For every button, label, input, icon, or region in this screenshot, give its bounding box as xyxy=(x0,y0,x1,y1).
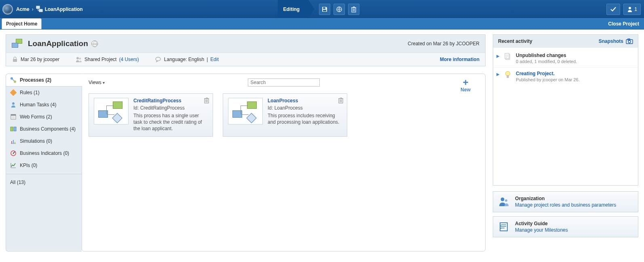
activity-title[interactable]: Creating Project. xyxy=(516,71,580,76)
expand-icon[interactable]: ▶ xyxy=(496,53,500,58)
validate-button[interactable] xyxy=(606,4,620,15)
publish-button[interactable] xyxy=(334,4,345,15)
recent-activity-heading: Recent activity xyxy=(498,38,532,44)
project-icon xyxy=(12,39,24,49)
snapshots-link[interactable]: Snapshots xyxy=(599,38,633,44)
cat-label: Rules (1) xyxy=(20,90,40,95)
project-title: LoanApplication xyxy=(28,39,88,48)
indicators-icon xyxy=(10,150,17,156)
new-button[interactable]: + New xyxy=(460,78,471,93)
activity-sub: 0 added, 1 modified, 0 deleted. xyxy=(516,59,577,64)
changes-icon xyxy=(504,53,512,61)
cat-web-forms[interactable]: Web Forms (2) xyxy=(6,111,82,123)
svg-point-10 xyxy=(156,57,160,61)
processes-icon xyxy=(10,77,17,83)
kpis-icon xyxy=(10,162,17,169)
activity-item[interactable]: ▶ Unpublished changes 0 added, 1 modifie… xyxy=(493,49,638,68)
svg-point-27 xyxy=(628,40,631,43)
card-title[interactable]: CreditRatingProcess xyxy=(133,98,208,104)
organization-card[interactable]: Organization Manage project roles and bu… xyxy=(493,191,638,212)
svg-rect-13 xyxy=(10,89,17,96)
cat-label: Processes (2) xyxy=(20,77,51,83)
lang-icon xyxy=(155,56,162,63)
svg-point-31 xyxy=(506,72,510,76)
svg-point-6 xyxy=(629,7,631,9)
process-card[interactable]: CreditRatingProcess Id: CreditRatingProc… xyxy=(89,93,213,137)
svg-point-9 xyxy=(79,58,81,60)
snapshots-label: Snapshots xyxy=(599,38,623,44)
card-id: Id: CreditRatingProcess xyxy=(133,105,208,111)
cat-rules[interactable]: Rules (1) xyxy=(6,87,82,99)
action-link[interactable]: Manage project roles and business parame… xyxy=(515,202,616,208)
cat-label: Simulations (0) xyxy=(20,138,52,144)
process-card[interactable]: LoanProcess Id: LoanProcess This process… xyxy=(223,93,347,137)
cat-kpis[interactable]: KPIs (0) xyxy=(6,159,82,171)
breadcrumb-current[interactable]: LoanApplication xyxy=(45,6,83,12)
cat-label: KPIs (0) xyxy=(20,163,37,168)
svg-rect-17 xyxy=(11,127,13,131)
camera-icon xyxy=(626,38,633,44)
card-desc: This process has a single user task to c… xyxy=(133,112,208,132)
lang-edit-link[interactable]: Edit xyxy=(210,57,219,62)
breadcrumb-separator: › xyxy=(32,6,34,12)
last-modified: Mar 26 by jcooper xyxy=(21,57,59,62)
new-label: New xyxy=(460,87,471,93)
cat-business-indicators[interactable]: Business Indicators (0) xyxy=(6,147,82,159)
discard-button[interactable] xyxy=(348,4,359,15)
components-icon xyxy=(10,126,17,132)
shared-users-link[interactable]: (4 Users) xyxy=(119,57,139,62)
svg-rect-16 xyxy=(11,114,16,116)
organization-icon xyxy=(498,196,509,207)
svg-rect-18 xyxy=(14,127,16,131)
project-created: Created on Mar 26 by JCOOPER xyxy=(408,41,479,46)
delete-icon[interactable] xyxy=(204,97,209,104)
bulb-icon xyxy=(504,71,512,79)
cat-simulations[interactable]: Simulations (0) xyxy=(6,135,82,147)
cat-label: All (13) xyxy=(10,180,25,185)
search-input[interactable] xyxy=(248,78,320,87)
presence-button[interactable]: 1 xyxy=(623,4,641,15)
views-dropdown[interactable]: Views xyxy=(89,80,105,85)
expand-icon[interactable]: ▶ xyxy=(496,71,500,76)
user-icon xyxy=(627,6,633,12)
guide-icon xyxy=(498,221,509,232)
card-title[interactable]: LoanProcess xyxy=(268,98,342,104)
human-tasks-icon xyxy=(10,101,17,108)
svg-point-23 xyxy=(13,153,14,154)
lock-icon xyxy=(12,56,18,63)
cat-label: Web Forms (2) xyxy=(20,114,52,120)
cat-all[interactable]: All (13) xyxy=(6,177,82,188)
activity-title: Unpublished changes xyxy=(516,53,577,58)
lang-sep: | xyxy=(207,57,208,62)
activity-guide-card[interactable]: Activity Guide Manage your Milestones xyxy=(493,216,638,237)
cat-label: Business Indicators (0) xyxy=(20,150,69,156)
save-button[interactable] xyxy=(319,4,330,15)
rules-icon xyxy=(10,89,17,96)
svg-rect-1 xyxy=(39,9,42,12)
cat-label: Business Components (4) xyxy=(20,126,76,132)
svg-rect-37 xyxy=(500,226,501,227)
close-project-link[interactable]: Close Project xyxy=(608,21,639,27)
action-link[interactable]: Manage your Milestones xyxy=(515,227,568,233)
plus-icon: + xyxy=(460,78,471,87)
cat-processes[interactable]: Processes (2) xyxy=(6,74,82,87)
shared-label: Shared Project xyxy=(84,57,116,62)
process-thumb xyxy=(228,98,263,125)
more-info-link[interactable]: More information xyxy=(440,57,479,62)
svg-point-34 xyxy=(505,199,507,202)
cat-human-tasks[interactable]: Human Tasks (4) xyxy=(6,99,82,111)
globe-icon[interactable] xyxy=(91,40,98,47)
app-logo[interactable] xyxy=(2,4,13,15)
tab-project-home[interactable]: Project Home xyxy=(2,18,42,29)
cat-business-components[interactable]: Business Components (4) xyxy=(6,123,82,135)
svg-point-8 xyxy=(76,57,79,59)
svg-rect-20 xyxy=(13,140,14,144)
simulations-icon xyxy=(10,138,17,144)
delete-icon[interactable] xyxy=(338,97,344,104)
svg-rect-38 xyxy=(500,228,501,229)
breadcrumb-root[interactable]: Acme xyxy=(16,6,30,12)
svg-rect-0 xyxy=(36,6,40,8)
activity-item[interactable]: ▶ Creating Project. Published by jcooper… xyxy=(493,68,638,85)
process-app-icon xyxy=(36,6,43,13)
card-desc: This process includes receiving and proc… xyxy=(268,112,342,125)
